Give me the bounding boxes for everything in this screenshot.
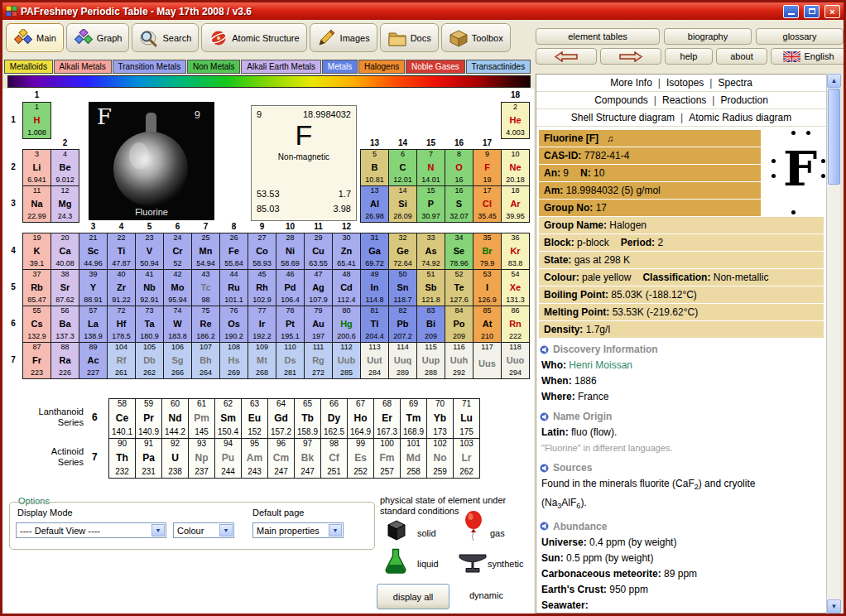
element-N[interactable]: 7N14.01 [416, 149, 445, 186]
tab-docs[interactable]: Docs [380, 23, 439, 52]
element-Mg[interactable]: 12Mg24.3 [50, 185, 79, 223]
element-Al[interactable]: 13Al26.98 [360, 185, 389, 223]
element-Th[interactable]: 90Th232 [108, 438, 136, 479]
element-Pm[interactable]: 61Pm145 [188, 398, 215, 439]
element-Po[interactable]: 84Po209 [445, 306, 473, 343]
element-Fm[interactable]: 100Fm257 [373, 438, 401, 479]
biography-button[interactable]: biography [664, 28, 752, 45]
close-button[interactable]: × [824, 5, 840, 18]
element-Eu[interactable]: 63Eu152 [241, 398, 268, 439]
element-Ba[interactable]: 56Ba137.3 [50, 306, 79, 343]
element-Ti[interactable]: 22Ti47.87 [107, 233, 136, 270]
element-Sr[interactable]: 38Sr87.62 [50, 269, 79, 306]
element-Pd[interactable]: 46Pd106.4 [276, 269, 305, 306]
element-Np[interactable]: 93Np237 [188, 438, 215, 479]
featured-element-image[interactable]: F 9 Fluorine [89, 102, 214, 220]
element-Pu[interactable]: 94Pu244 [214, 438, 242, 479]
maximize-button[interactable] [804, 5, 820, 18]
chevron-down-icon[interactable]: ▼ [151, 524, 165, 537]
element-Uuh[interactable]: 116Uuh292 [445, 342, 473, 379]
element-P[interactable]: 15P30.97 [416, 185, 445, 223]
element-O[interactable]: 8O16 [445, 149, 473, 186]
element-Pb[interactable]: 82Pb207.2 [388, 306, 417, 343]
chevron-down-icon[interactable]: ▼ [219, 524, 233, 537]
element-Ra[interactable]: 88Ra226 [50, 342, 79, 379]
element-Lu[interactable]: 71Lu175 [453, 398, 480, 439]
element-Uub[interactable]: 112Uub285 [332, 342, 361, 379]
element-Kr[interactable]: 36Kr83.8 [501, 233, 530, 270]
forward-button[interactable] [600, 48, 661, 65]
display-all-button[interactable]: display all [377, 584, 449, 609]
language-button[interactable]: English [771, 48, 846, 65]
category-metalloids[interactable]: Metalloids [4, 60, 53, 74]
link-isotopes[interactable]: Isotopes [665, 77, 705, 89]
element-Se[interactable]: 34Se78.96 [445, 233, 473, 270]
element-Au[interactable]: 79Au197 [304, 306, 333, 343]
element-Sg[interactable]: 106Sg266 [163, 342, 192, 379]
colour-select[interactable]: Colour ▼ [173, 522, 234, 538]
element-La[interactable]: 57La138.9 [79, 306, 108, 343]
element-Am[interactable]: 95Am243 [241, 438, 268, 479]
category-alkali-earth-metals[interactable]: Alkali Earth Metals [241, 60, 321, 74]
scroll-up-button[interactable]: ▲ [827, 74, 841, 88]
element-Li[interactable]: 3Li6.941 [22, 149, 51, 186]
element-Tl[interactable]: 81Tl204.4 [360, 306, 389, 343]
chevron-down-icon[interactable]: ▼ [329, 524, 342, 537]
scroll-down-button[interactable]: ▼ [827, 599, 841, 614]
element-He[interactable]: 2He4.003 [501, 102, 530, 139]
element-Zn[interactable]: 30Zn65.41 [332, 233, 361, 270]
element-Ce[interactable]: 58Ce140.1 [108, 398, 136, 439]
element-Pr[interactable]: 59Pr140.9 [135, 398, 162, 439]
element-Y[interactable]: 39Y88.91 [79, 269, 108, 306]
element-Bk[interactable]: 97Bk247 [294, 438, 321, 479]
element-Ar[interactable]: 18Ar39.95 [501, 185, 530, 223]
link-reactions[interactable]: Reactions [661, 94, 708, 106]
element-Cl[interactable]: 17Cl35.45 [473, 185, 502, 223]
element-Db[interactable]: 105Db262 [135, 342, 164, 379]
category-transactinides[interactable]: Transactinides [466, 60, 531, 74]
element-Bi[interactable]: 83Bi209 [416, 306, 445, 343]
audio-icon[interactable]: ♫ [607, 133, 613, 143]
element-Mn[interactable]: 25Mn54.94 [191, 233, 220, 270]
element-Na[interactable]: 11Na22.99 [22, 185, 51, 223]
element-Mt[interactable]: 109Mt268 [248, 342, 276, 379]
element-Cs[interactable]: 55Cs132.9 [22, 306, 51, 343]
element-Cm[interactable]: 96Cm247 [267, 438, 295, 479]
element-Hf[interactable]: 72Hf178.5 [107, 306, 136, 343]
element-Ho[interactable]: 67Ho164.9 [347, 398, 374, 439]
element-Te[interactable]: 52Te127.6 [445, 269, 473, 306]
tab-atomic-structure[interactable]: Atomic Structure [201, 23, 306, 52]
help-button[interactable]: help [665, 48, 713, 65]
element-Uut[interactable]: 113Uut284 [360, 342, 389, 379]
element-Cr[interactable]: 24Cr52 [163, 233, 192, 270]
link-henri-moissan[interactable]: Henri Moissan [569, 359, 632, 371]
category-metals[interactable]: Metals [322, 60, 358, 74]
element-Uup[interactable]: 115Uup288 [416, 342, 445, 379]
element-Cu[interactable]: 29Cu63.55 [304, 233, 333, 270]
element-Rf[interactable]: 104Rf261 [107, 342, 136, 379]
element-H[interactable]: 1H1.008 [22, 102, 51, 139]
element-Xe[interactable]: 54Xe131.3 [501, 269, 530, 306]
info-scrollbar[interactable]: ▲ ▼ [826, 74, 840, 614]
category-non-metals[interactable]: Non Metals [187, 60, 240, 74]
element-Rg[interactable]: 111Rg272 [304, 342, 333, 379]
link-spectra[interactable]: Spectra [716, 77, 753, 89]
element-Ga[interactable]: 31Ga69.72 [360, 233, 389, 270]
link-more-info[interactable]: More Info [608, 77, 654, 89]
element-Cd[interactable]: 48Cd112.4 [332, 269, 361, 306]
element-Tc[interactable]: 43Tc98 [191, 269, 220, 306]
element-W[interactable]: 74W183.8 [163, 306, 192, 343]
element-Ca[interactable]: 20Ca40.08 [50, 233, 79, 270]
element-Mo[interactable]: 42Mo95.94 [163, 269, 192, 306]
element-Ta[interactable]: 73Ta180.9 [135, 306, 164, 343]
element-Tb[interactable]: 65Tb158.9 [294, 398, 321, 439]
element-Fe[interactable]: 26Fe55.84 [219, 233, 248, 270]
element-In[interactable]: 49In114.8 [360, 269, 389, 306]
element-Ni[interactable]: 28Ni58.69 [276, 233, 305, 270]
category-noble-gases[interactable]: Noble Gases [406, 60, 465, 74]
element-Ge[interactable]: 32Ge72.64 [388, 233, 417, 270]
element-Hs[interactable]: 108Hs269 [219, 342, 248, 379]
minimize-button[interactable] [783, 5, 799, 18]
element-At[interactable]: 85At210 [473, 306, 502, 343]
element-Ir[interactable]: 77Ir192.2 [248, 306, 276, 343]
